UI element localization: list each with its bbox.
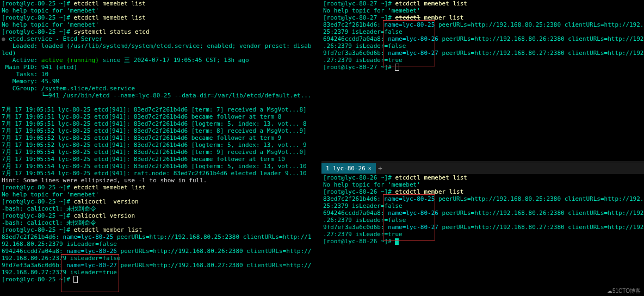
command: member list [420, 14, 463, 21]
log-line: 7月 17 19:05:52 lyc-80-25 etcd[941]: 83ed… [2, 127, 320, 134]
output: -bash: calicoctl: 未找到命令 [2, 219, 320, 226]
prompt: [root@lyc-80-25 ~]# [2, 184, 73, 191]
output: etcd.service - Etcd Server [9, 35, 102, 42]
member-id: 9fd7ef3a3a6c0d6b: [323, 50, 388, 57]
output: since 三 2024-07-17 19:05:45 CST; 13h ago [99, 57, 249, 64]
output: No help topic for 'memebet' [2, 21, 320, 28]
bullet-icon: ● [2, 35, 9, 42]
member-id: 83ed7c2f261b4d6: [2, 233, 63, 240]
member-name: name=lyc-80-26 [388, 35, 442, 42]
member-urls: 25:2379 isLeader=false [323, 202, 642, 209]
member-urls: peerURLs=http://192.168.80.27:2380 clien… [442, 224, 644, 231]
log-line: 7月 17 19:05:54 lyc-80-25 etcd[941]: 83ed… [2, 156, 320, 163]
output: Main PID: 941 (etcd) [2, 64, 320, 71]
member-name: name=lyc-80-25 [385, 195, 438, 202]
member-id: 83ed7c2f261b4d6: [323, 21, 385, 28]
output: No help topic for 'memebet' [2, 191, 320, 198]
cursor-icon [395, 64, 399, 71]
output: No help topic for 'memebet' [323, 181, 642, 188]
prompt: [root@lyc-80-27 ~]# [323, 64, 395, 71]
prompt: [root@lyc-80-25 ~]# [2, 0, 73, 7]
member-urls: .27:2379 isLeader=true [323, 231, 642, 238]
tab-bar: 1 lyc-80-26× + [321, 162, 644, 174]
command: etcdctl memebet list [73, 14, 145, 21]
member-name: name=lyc-80-25 [63, 233, 117, 240]
output: led) [2, 50, 320, 57]
tab-lyc-80-26[interactable]: 1 lyc-80-26× [321, 163, 376, 174]
member-urls: peerURLs=http://192.168.80.26:2380 clien… [442, 35, 644, 42]
command: etcdctl [395, 188, 420, 195]
member-urls: 92.168.80.25:2379 [2, 240, 63, 248]
tab-label: 1 lyc-80-26 [326, 165, 366, 172]
output: Loaded: loaded (/usr/lib/systemd/system/… [2, 42, 320, 50]
prompt: [root@lyc-80-27 ~]# [323, 14, 395, 21]
terminal-pane-bottom-right[interactable]: 1 lyc-80-26× + [root@lyc-80-26 ~]# etcdc… [321, 162, 644, 296]
member-id: 83ed7c2f261b4d6: [323, 195, 385, 202]
member-urls: peerURLs=http://192.168.80.26:2380 clien… [121, 248, 312, 255]
output: Memory: 45.9M [2, 78, 320, 85]
terminal-pane-top-right[interactable]: [root@lyc-80-27 ~]# etcdctl memebet list… [321, 0, 644, 162]
output: CGroup: /system.slice/etcd.service [2, 85, 320, 92]
terminal-pane-left[interactable]: [root@lyc-80-25 ~]# etcdctl memebet list… [0, 0, 322, 296]
member-urls: 192.168.80.26:2379 isLeader=false [2, 255, 320, 262]
member-name: name=lyc-80-26 [388, 209, 442, 217]
member-id: 694246ccdd7a04a8: [2, 248, 66, 255]
command: member list [420, 188, 463, 195]
command: calicoctl version [73, 212, 135, 219]
member-urls: .26:2379 isLeader=false [323, 42, 642, 50]
command: calicoctl version [73, 198, 138, 205]
prompt: [root@lyc-80-26 ~]# [323, 174, 395, 181]
prompt: [root@lyc-80-26 ~]# [323, 238, 395, 245]
blank-line [2, 99, 320, 106]
prompt: [root@lyc-80-25 ~]# [2, 198, 73, 205]
prompt: [root@lyc-80-25 ~]# [2, 28, 73, 35]
prompt: [root@lyc-80-26 ~]# [323, 188, 395, 195]
command: etcdctl member list [73, 226, 142, 233]
log-line: 7月 17 19:05:52 lyc-80-25 etcd[941]: 83ed… [2, 134, 320, 141]
member-leader: isLeader=false [63, 240, 117, 248]
member-name: name=lyc-80-27 [388, 224, 442, 231]
log-line: 7月 17 19:05:51 lyc-80-25 etcd[941]: 83ed… [2, 106, 320, 113]
member-id: 9fd7ef3a3a6c0d6b: [323, 224, 388, 231]
log-line: 7月 17 19:05:51 lyc-80-25 etcd[941]: 83ed… [2, 113, 320, 120]
prompt: [root@lyc-80-27 ~]# [323, 0, 395, 7]
member-id: 694246ccdd7a04a8: [323, 209, 388, 217]
member-id: 694246ccdd7a04a8: [323, 35, 388, 42]
member-name: name=lyc-80-27 [388, 50, 442, 57]
prompt: [root@lyc-80-25 ~]# [2, 276, 73, 283]
close-icon[interactable]: × [368, 165, 371, 172]
command: etcdctl memebet list [395, 174, 467, 181]
output: No help topic for 'memebet' [323, 7, 642, 14]
prompt: [root@lyc-80-25 ~]# [2, 226, 73, 233]
status-active: active (running) [41, 57, 99, 64]
output: └─941 /usr/bin/etcd --name=lyc-80-25 --d… [2, 92, 320, 99]
command: etcdctl memebet list [73, 184, 145, 191]
watermark: ☁51CTO博客 [607, 287, 641, 294]
log-line: 7月 17 19:05:54 lyc-80-25 etcd[941]: raft… [2, 170, 320, 177]
member-urls: 25:2379 isLeader=false [323, 28, 642, 35]
add-tab-icon[interactable]: + [378, 165, 382, 172]
member-urls: .27:2379 isLeader=true [323, 57, 642, 64]
log-line: 7月 17 19:05:54 lyc-80-25 etcd[941]: 83ed… [2, 149, 320, 156]
cursor-icon [395, 238, 399, 245]
member-urls: peerURLs=http://192.168.80.25:2380 clien… [117, 233, 312, 240]
output: Tasks: 10 [2, 71, 320, 78]
member-urls: peerURLs=http://192.168.80.26:2380 clien… [442, 209, 644, 217]
command: etcdctl memebet list [395, 0, 467, 7]
log-line: 7月 17 19:05:52 lyc-80-25 etcd[941]: 83ed… [2, 141, 320, 149]
member-name: name=lyc-80-25 [385, 21, 438, 28]
log-line: 7月 17 19:05:54 lyc-80-25 etcd[941]: 83ed… [2, 163, 320, 170]
prompt: [root@lyc-80-25 ~]# [2, 212, 73, 219]
log-line: 7月 17 19:05:51 lyc-80-25 etcd[941]: 83ed… [2, 120, 320, 127]
member-urls: .26:2379 isLeader=false [323, 217, 642, 224]
output: Active: [2, 57, 41, 64]
member-name: name=lyc-80-27 [66, 262, 120, 269]
member-urls: peerURLs=http://192.168.80.27:2380 clien… [121, 262, 312, 269]
member-urls: peerURLs=http://192.168.80.25:2380 clien… [438, 21, 644, 28]
prompt: [root@lyc-80-25 ~]# [2, 14, 73, 21]
member-urls: 192.168.80.27:2379 isLeader=true [2, 269, 320, 276]
command: etcdctl memebet list [73, 0, 145, 7]
command-strike: etcdctl [395, 14, 420, 21]
member-id: 9fd7ef3a3a6c0d6b: [2, 262, 66, 269]
cursor-icon [73, 276, 78, 283]
